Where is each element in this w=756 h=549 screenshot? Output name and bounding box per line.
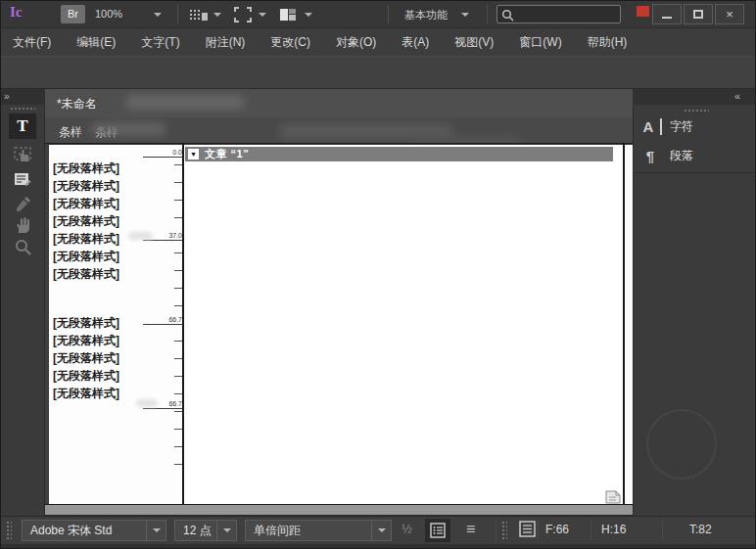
app-toolbar: + abc ✓ ¶ ≡ bbox=[0, 56, 756, 89]
leading-select[interactable]: 单倍间距 bbox=[245, 520, 392, 541]
h-count: H:16 bbox=[601, 523, 626, 536]
leading-chevron-icon[interactable] bbox=[371, 521, 391, 540]
arrange-documents-chevron-icon[interactable] bbox=[305, 13, 312, 17]
divider bbox=[487, 5, 488, 23]
zoom-magnifier-icon bbox=[15, 239, 31, 255]
font-family-select[interactable]: Adobe 宋体 Std bbox=[22, 520, 166, 541]
style-row[interactable]: [无段落样式] bbox=[53, 248, 161, 265]
galley-view: [无段落样式] [无段落样式] [无段落样式] [无段落样式] [无段落样式] … bbox=[45, 143, 633, 504]
menu-window[interactable]: 窗口(W) bbox=[506, 28, 574, 56]
hand-icon bbox=[14, 216, 31, 234]
footnote-count: F:66 bbox=[545, 523, 569, 536]
workspace-switcher[interactable]: 基本功能 bbox=[404, 8, 448, 23]
menu-view[interactable]: 视图(V) bbox=[442, 28, 506, 56]
note-icon bbox=[14, 172, 31, 188]
menu-file[interactable]: 文件(F) bbox=[0, 28, 64, 56]
style-row[interactable]: [无段落样式] bbox=[53, 212, 161, 230]
expand-panel-icon[interactable]: » bbox=[4, 91, 9, 102]
screen-mode-chevron-icon[interactable] bbox=[259, 13, 266, 17]
character-panel-button[interactable]: A 字符 bbox=[638, 114, 750, 139]
paragraph-icon: ¶ bbox=[638, 148, 662, 164]
divider bbox=[591, 520, 591, 540]
statusbar-grip-handle[interactable] bbox=[6, 521, 12, 540]
font-size-select[interactable]: 12 点 bbox=[174, 520, 237, 541]
list-info-icon bbox=[430, 523, 446, 538]
tools-panel-grip-handle[interactable] bbox=[10, 107, 35, 111]
watermark-artifact bbox=[646, 409, 717, 480]
maximize-icon bbox=[693, 10, 703, 19]
menu-table[interactable]: 表(A) bbox=[389, 28, 442, 56]
minimize-button[interactable] bbox=[652, 4, 682, 24]
scrollbar-gutter[interactable] bbox=[625, 145, 633, 505]
style-row[interactable]: [无段落样式] bbox=[53, 160, 161, 177]
info-panel-toggle-button[interactable] bbox=[425, 519, 450, 542]
view-tab-galley[interactable]: 条样 bbox=[59, 124, 82, 141]
position-tool[interactable] bbox=[9, 143, 36, 166]
window-bottom-frame bbox=[0, 544, 756, 549]
view-options-icon[interactable] bbox=[189, 8, 209, 25]
menu-changes[interactable]: 更改(C) bbox=[258, 28, 323, 56]
galley-bottom-scroll-track[interactable] bbox=[45, 504, 633, 516]
type-tool[interactable]: T bbox=[9, 114, 36, 139]
story-text-area[interactable]: ▼ 文章 “1” bbox=[184, 145, 623, 505]
style-row[interactable]: [无段落样式] bbox=[53, 177, 161, 195]
position-hand-icon bbox=[13, 146, 32, 163]
paragraph-panel-label: 段落 bbox=[670, 148, 693, 164]
font-family-chevron-icon[interactable] bbox=[146, 521, 165, 540]
eyedropper-icon bbox=[15, 196, 31, 212]
search-input[interactable] bbox=[517, 6, 617, 23]
screen-mode-icon[interactable] bbox=[234, 7, 252, 26]
story-header-bar[interactable]: ▼ 文章 “1” bbox=[185, 147, 613, 161]
style-row-group-2: [无段落样式] [无段落样式] [无段落样式] [无段落样式] [无段落样式] bbox=[53, 314, 161, 402]
divider bbox=[662, 520, 663, 540]
tools-panel-header: » bbox=[0, 89, 45, 105]
page-count-icon bbox=[519, 521, 536, 541]
smudge-artifact bbox=[90, 122, 166, 136]
style-row[interactable]: [无段落样式] bbox=[53, 265, 161, 283]
menu-edit[interactable]: 编辑(E) bbox=[64, 28, 128, 56]
workspace-chevron-icon[interactable] bbox=[461, 13, 469, 17]
font-size-chevron-icon[interactable] bbox=[216, 521, 236, 540]
style-row[interactable]: [无段落样式] bbox=[53, 195, 161, 212]
incopy-logo: Ic bbox=[10, 4, 23, 21]
arrange-documents-icon[interactable] bbox=[279, 7, 297, 26]
statusbar-grip-handle-2[interactable] bbox=[501, 521, 507, 540]
line-number-icon[interactable]: ½ bbox=[402, 522, 412, 536]
search-icon bbox=[501, 9, 514, 22]
smudge-artifact bbox=[136, 399, 158, 407]
collapse-story-icon[interactable]: ▼ bbox=[188, 149, 199, 160]
smudge-artifact bbox=[125, 95, 245, 110]
menu-type[interactable]: 文字(T) bbox=[128, 28, 192, 56]
search-box[interactable] bbox=[496, 5, 621, 23]
maximize-button[interactable] bbox=[684, 4, 713, 24]
bridge-button[interactable]: Br bbox=[61, 5, 85, 23]
zoom-tool[interactable] bbox=[9, 235, 36, 258]
depth-ruler-mark: 0.0 bbox=[143, 148, 186, 158]
menu-object[interactable]: 对象(O) bbox=[323, 28, 389, 56]
menu-help[interactable]: 帮助(H) bbox=[575, 28, 640, 56]
document-tab-untitled[interactable]: *未命名 bbox=[57, 96, 97, 113]
divider bbox=[633, 172, 756, 173]
menu-notes[interactable]: 附注(N) bbox=[193, 28, 259, 56]
style-row[interactable]: [无段落样式] bbox=[53, 332, 161, 349]
eyedropper-tool[interactable] bbox=[9, 192, 36, 215]
statusbar-menu-icon[interactable]: ≡ bbox=[466, 521, 476, 538]
collapse-panel-icon[interactable]: « bbox=[734, 90, 738, 102]
paragraph-style-column: [无段落样式] [无段落样式] [无段落样式] [无段落样式] [无段落样式] … bbox=[49, 145, 182, 505]
red-indicator bbox=[637, 6, 649, 17]
title-bar: Ic Br 100% 基本功能 × bbox=[0, 0, 756, 28]
right-panel-grip-handle[interactable] bbox=[684, 109, 709, 113]
minimize-icon bbox=[662, 17, 672, 19]
divider bbox=[177, 5, 178, 23]
style-row[interactable]: [无段落样式] bbox=[53, 349, 161, 367]
zoom-chevron-down-icon[interactable] bbox=[154, 13, 162, 17]
hand-tool[interactable] bbox=[9, 213, 36, 237]
paragraph-panel-button[interactable]: ¶ 段落 bbox=[638, 143, 750, 168]
view-options-chevron-icon[interactable] bbox=[213, 13, 221, 17]
divider bbox=[388, 5, 389, 23]
close-button[interactable]: × bbox=[715, 4, 744, 24]
character-panel-label: 字符 bbox=[670, 118, 693, 135]
zoom-level-value[interactable]: 100% bbox=[95, 8, 122, 20]
note-tool[interactable] bbox=[9, 168, 36, 192]
style-row[interactable]: [无段落样式] bbox=[53, 367, 161, 385]
